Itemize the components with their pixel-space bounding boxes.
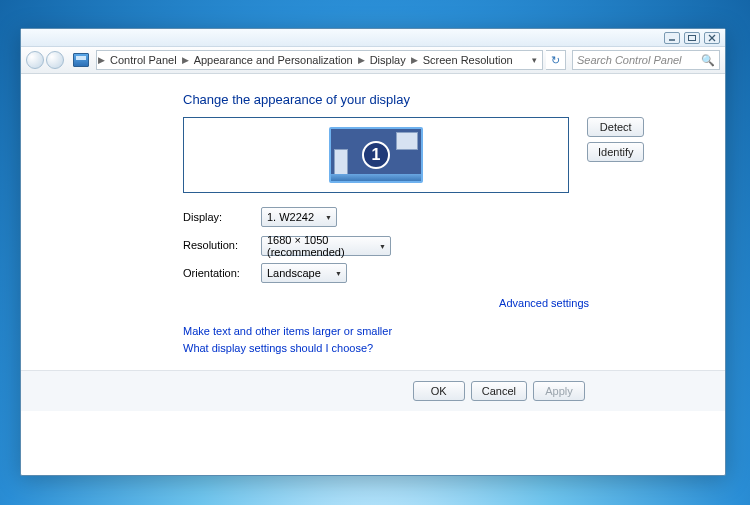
settings-form: Display: 1. W2242 Resolution: 1680 × 105… (183, 207, 725, 283)
location-icon (73, 53, 89, 67)
nav-buttons (26, 51, 64, 69)
minimize-button[interactable] (664, 32, 680, 44)
display-preview[interactable]: 1 (183, 117, 569, 193)
search-icon: 🔍 (701, 54, 715, 67)
chevron-right-icon[interactable]: ▶ (181, 55, 190, 65)
breadcrumb[interactable]: ▶ Control Panel ▶ Appearance and Persona… (96, 50, 543, 70)
monitor-number: 1 (362, 141, 390, 169)
detect-button[interactable]: Detect (587, 117, 644, 137)
cancel-button[interactable]: Cancel (471, 381, 527, 401)
chevron-right-icon[interactable]: ▶ (357, 55, 366, 65)
resolution-value: 1680 × 1050 (recommended) (267, 234, 372, 258)
page-title: Change the appearance of your display (183, 92, 725, 107)
screen-resolution-window: ▶ Control Panel ▶ Appearance and Persona… (20, 28, 726, 476)
action-bar: OK Cancel Apply (21, 371, 725, 411)
crumb-display[interactable]: Display (366, 54, 410, 66)
svg-rect-1 (689, 35, 696, 40)
detect-column: Detect Identify (587, 117, 644, 162)
text-size-link[interactable]: Make text and other items larger or smal… (183, 325, 725, 337)
orientation-select[interactable]: Landscape (261, 263, 347, 283)
toolbar: ▶ Control Panel ▶ Appearance and Persona… (21, 47, 725, 74)
monitor-1[interactable]: 1 (329, 127, 423, 183)
maximize-button[interactable] (684, 32, 700, 44)
chevron-right-icon[interactable]: ▶ (410, 55, 419, 65)
advanced-row: Advanced settings (183, 293, 589, 311)
content-area: Change the appearance of your display 1 … (21, 74, 725, 475)
display-select[interactable]: 1. W2242 (261, 207, 337, 227)
chevron-right-icon[interactable]: ▶ (97, 55, 106, 65)
search-box[interactable]: 🔍 (572, 50, 720, 70)
forward-button[interactable] (46, 51, 64, 69)
display-label: Display: (183, 211, 261, 223)
search-input[interactable] (577, 54, 697, 66)
ok-button[interactable]: OK (413, 381, 465, 401)
preview-window-icon (334, 149, 348, 177)
crumb-control-panel[interactable]: Control Panel (106, 54, 181, 66)
help-link[interactable]: What display settings should I choose? (183, 342, 725, 354)
close-button[interactable] (704, 32, 720, 44)
display-value: 1. W2242 (267, 211, 314, 223)
inner-content: Change the appearance of your display 1 … (21, 74, 725, 370)
preview-window-icon (396, 132, 418, 150)
titlebar (21, 29, 725, 47)
help-links: Make text and other items larger or smal… (183, 325, 725, 370)
crumb-appearance[interactable]: Appearance and Personalization (190, 54, 357, 66)
resolution-select[interactable]: 1680 × 1050 (recommended) (261, 236, 391, 256)
back-button[interactable] (26, 51, 44, 69)
crumb-screen-resolution[interactable]: Screen Resolution (419, 54, 517, 66)
orientation-value: Landscape (267, 267, 321, 279)
breadcrumb-dropdown-icon[interactable]: ▾ (526, 55, 542, 65)
identify-button[interactable]: Identify (587, 142, 644, 162)
apply-button[interactable]: Apply (533, 381, 585, 401)
refresh-button[interactable]: ↻ (546, 50, 566, 70)
preview-taskbar (331, 174, 421, 181)
advanced-settings-link[interactable]: Advanced settings (499, 297, 589, 309)
resolution-label: Resolution: (183, 239, 261, 251)
orientation-label: Orientation: (183, 267, 261, 279)
preview-row: 1 Detect Identify (183, 117, 725, 193)
